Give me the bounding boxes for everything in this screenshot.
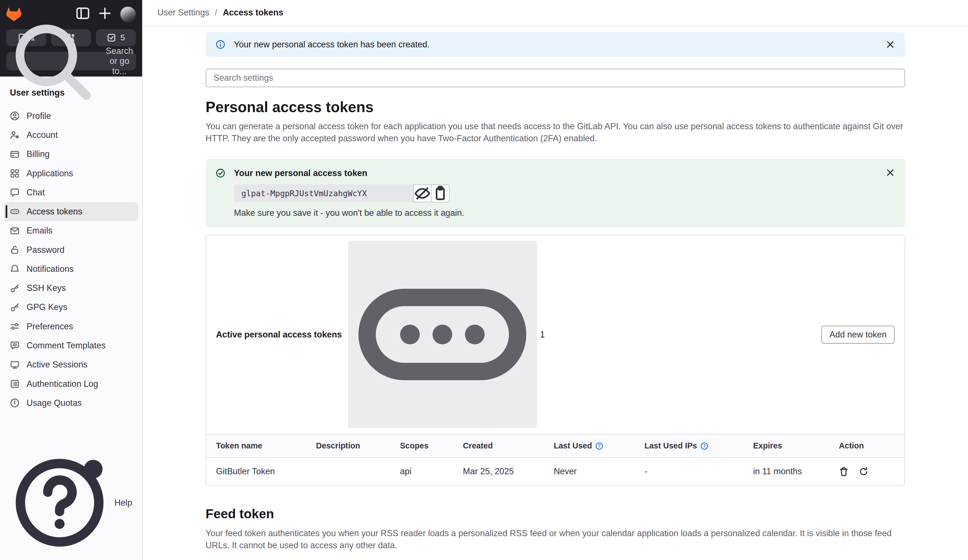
- active-sessions-icon: [10, 360, 20, 370]
- new-token-banner-close-button[interactable]: [885, 167, 895, 177]
- password-icon: [10, 245, 20, 255]
- sidebar-item-label: Active Sessions: [27, 360, 88, 370]
- tokens-table: Token nameDescriptionScopesCreatedLast U…: [206, 434, 905, 485]
- sidebar-item-label: Access tokens: [27, 207, 82, 217]
- sidebar-menu: User settings ProfileAccountBillingAppli…: [0, 76, 142, 446]
- create-new-button[interactable]: [98, 7, 113, 22]
- column-header-scopes: Scopes: [390, 434, 453, 457]
- sidebar-item-profile[interactable]: Profile: [3, 106, 138, 126]
- active-tokens-title: Active personal access tokens: [216, 330, 342, 340]
- account-icon: [10, 130, 20, 140]
- hide-token-button[interactable]: [413, 184, 432, 202]
- sidebar-item-label: Account: [27, 130, 58, 140]
- sidebar-item-preferences[interactable]: Preferences: [3, 317, 138, 336]
- usage-quotas-icon: [10, 398, 20, 408]
- sidebar-item-gpg-keys[interactable]: GPG Keys: [3, 298, 138, 317]
- sidebar-item-label: Emails: [27, 225, 53, 236]
- key-icon: [10, 302, 20, 312]
- info-icon: [215, 40, 225, 49]
- breadcrumb-separator: /: [215, 8, 217, 18]
- sidebar-section-title: User settings: [0, 84, 142, 104]
- cell-description: [306, 458, 390, 485]
- help-question-icon[interactable]: ?: [700, 442, 709, 451]
- column-label: Action: [839, 441, 864, 451]
- sidebar-item-label: Authentication Log: [27, 379, 98, 389]
- rotate-icon: [859, 467, 869, 477]
- info-alert: Your new personal access token has been …: [206, 32, 905, 57]
- cell-token-name: GitButler Token: [206, 458, 306, 485]
- todos-shortcut[interactable]: 5: [96, 29, 136, 46]
- sidebar-item-emails[interactable]: Emails: [3, 221, 138, 240]
- column-header-created: Created: [453, 434, 544, 457]
- content-scroll-area[interactable]: Your new personal access token has been …: [143, 26, 968, 560]
- billing-icon: [10, 149, 20, 159]
- help-icon: [10, 453, 109, 552]
- info-alert-text: Your new personal access token has been …: [234, 40, 877, 50]
- sidebar-item-label: Usage Quotas: [27, 398, 82, 408]
- cell-expires: in 11 months: [743, 458, 829, 485]
- sidebar-item-chat[interactable]: Chat: [3, 183, 138, 202]
- sidebar-item-password[interactable]: Password: [3, 240, 138, 259]
- copy-token-button[interactable]: [431, 184, 449, 202]
- trash-icon: [839, 467, 849, 477]
- sidebar-item-comment-templates[interactable]: Comment Templates: [3, 336, 138, 355]
- svg-text:?: ?: [598, 443, 601, 448]
- column-label: Scopes: [400, 441, 429, 451]
- info-alert-close-button[interactable]: [885, 40, 895, 49]
- help-button[interactable]: Help: [0, 446, 142, 560]
- column-label: Last Used IPs: [644, 441, 697, 451]
- main-area: User Settings / Access tokens Your new p…: [143, 0, 968, 560]
- topbar: User Settings / Access tokens: [143, 0, 968, 26]
- search-settings-input[interactable]: [206, 69, 905, 87]
- new-token-field-group: [234, 184, 895, 202]
- search-or-go-to-button[interactable]: Search or go to...: [6, 52, 136, 70]
- plus-icon: [98, 6, 113, 23]
- token-count: 1: [540, 330, 545, 340]
- help-question-icon[interactable]: ?: [595, 442, 604, 451]
- token-icon: [10, 207, 20, 216]
- close-icon: [885, 167, 895, 177]
- add-new-token-button[interactable]: Add new token: [821, 326, 895, 344]
- sidebar-item-account[interactable]: Account: [3, 126, 138, 145]
- sidebar-item-applications[interactable]: Applications: [3, 164, 138, 183]
- sidebar-item-label: Password: [27, 245, 65, 255]
- sidebar-item-label: Profile: [27, 111, 51, 121]
- super-sidebar: 15 Search or go to... User settings Prof…: [0, 0, 143, 560]
- applications-icon: [10, 169, 20, 178]
- revoke-token-button[interactable]: [839, 467, 849, 477]
- sidebar-item-billing[interactable]: Billing: [3, 145, 138, 164]
- column-label: Last Used: [554, 441, 592, 451]
- feed-token-description: Your feed token authenticates you when y…: [206, 527, 905, 552]
- column-label: Created: [463, 441, 493, 451]
- page-title: Personal access tokens: [206, 98, 905, 116]
- column-header-action: Action: [829, 434, 904, 457]
- new-token-value-field[interactable]: [234, 184, 413, 202]
- tasks-icon: [107, 33, 116, 42]
- column-header-last-used-ips: Last Used IPs?: [635, 434, 743, 457]
- sidebar-item-notifications[interactable]: Notifications: [3, 260, 138, 278]
- token-count-badge: 1: [348, 241, 545, 429]
- sidebar-item-usage-quotas[interactable]: Usage Quotas: [3, 394, 138, 413]
- user-avatar[interactable]: [120, 6, 136, 22]
- breadcrumb-user-settings[interactable]: User Settings: [157, 8, 209, 18]
- sidebar-item-access-tokens[interactable]: Access tokens: [3, 202, 138, 221]
- sidebar-item-authentication-log[interactable]: Authentication Log: [3, 374, 138, 393]
- sidebar-item-active-sessions[interactable]: Active Sessions: [3, 355, 138, 374]
- chat-icon: [10, 187, 20, 197]
- column-label: Expires: [753, 441, 782, 451]
- sidebar-item-label: Comment Templates: [27, 341, 106, 351]
- cell-last-used-ips: -: [635, 458, 743, 485]
- close-icon: [885, 40, 895, 49]
- cell-last-used: Never: [544, 458, 635, 485]
- rotate-token-button[interactable]: [859, 467, 869, 477]
- column-header-token-name: Token name: [206, 434, 306, 457]
- notifications-icon: [10, 264, 20, 274]
- profile-icon: [10, 111, 20, 121]
- gitlab-app: 15 Search or go to... User settings Prof…: [0, 0, 968, 560]
- new-token-banner: Your new personal access token Make sure…: [206, 159, 905, 227]
- cell-created: Mar 25, 2025: [453, 458, 544, 485]
- sidebar-item-ssh-keys[interactable]: SSH Keys: [3, 278, 138, 298]
- column-header-description: Description: [306, 434, 390, 457]
- column-label: Description: [316, 441, 360, 451]
- copy-icon: [432, 185, 449, 202]
